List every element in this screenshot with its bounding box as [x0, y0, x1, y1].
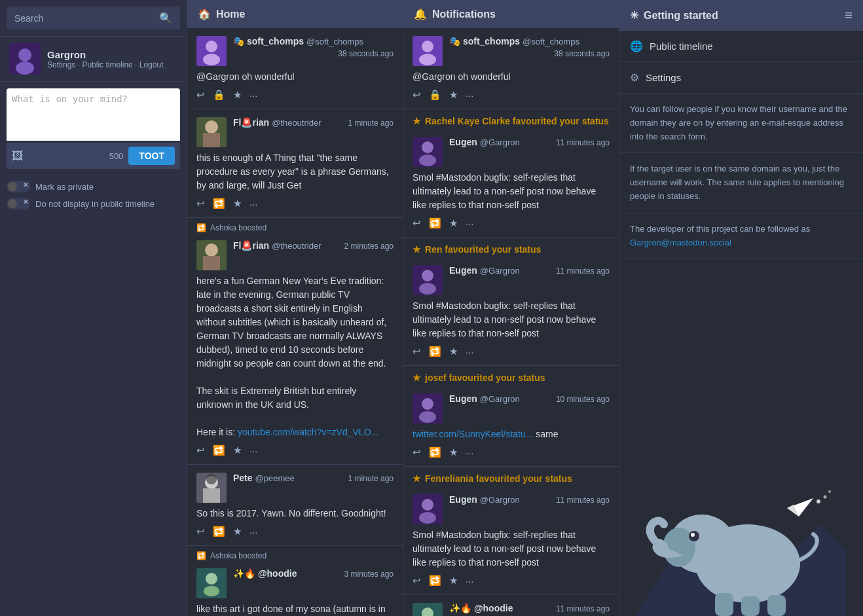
status-name-line: Eugen @Gargron 11 minutes ago [449, 494, 610, 505]
svg-point-4 [206, 41, 217, 52]
status-content: @Gargron oh wonderful [196, 70, 394, 84]
compose-area: 🖼 500 TOOT [0, 82, 187, 175]
more-button[interactable]: ··· [249, 198, 258, 209]
more-button[interactable]: ··· [466, 218, 474, 229]
logout-link[interactable]: Logout [139, 60, 164, 69]
svg-rect-45 [767, 595, 786, 616]
status-item: Fl🚨rian @theoutrider 2 minutes ago here'… [187, 232, 403, 465]
public-timeline-link[interactable]: Public timeline [82, 60, 132, 69]
link[interactable]: twitter.com/SunnyKeel/statu... [413, 429, 533, 439]
star-icon: ★ [413, 244, 421, 255]
star-button[interactable]: ★ [233, 526, 242, 537]
toot-button[interactable]: TOOT [128, 147, 175, 165]
home-column-body: 🎭 soft_chomps @soft_chomps 38 seconds ag… [187, 28, 403, 616]
boost-button[interactable]: 🔁 [429, 346, 441, 357]
reply-button[interactable]: ↩ [413, 346, 421, 357]
developer-link[interactable]: Gargron@mastodon.social [630, 238, 731, 247]
status-item: Pete @peemee 1 minute ago So this is 201… [187, 465, 403, 546]
status-header: ✨🔥 @hoodie 11 minutes ago [413, 603, 610, 616]
star-button[interactable]: ★ [233, 89, 242, 101]
home-column: 🏠 Home 🎭 soft_chomps @soft_chomps 38 sec… [187, 0, 403, 616]
notification-item: Eugen @Gargron 10 minutes ago twitter.co… [403, 386, 619, 467]
notifications-column: 🔔 Notifications 🎭 soft_chomps @soft_chom… [403, 0, 619, 616]
settings-nav-item[interactable]: ⚙ Settings [619, 62, 863, 94]
status-time: 11 minutes ago [556, 604, 610, 613]
reply-button[interactable]: ↩ [196, 526, 205, 537]
boost-button[interactable]: 🔁 [213, 526, 225, 537]
more-button[interactable]: ··· [466, 90, 474, 101]
boost-button[interactable]: 🔁 [429, 575, 441, 587]
reply-button[interactable]: ↩ [413, 217, 421, 229]
search-input[interactable] [14, 13, 159, 24]
svg-point-30 [419, 411, 436, 423]
notification-item: Eugen @Gargron 11 minutes ago Smol #Mast… [403, 257, 619, 366]
more-button[interactable]: ··· [249, 526, 258, 537]
status-actions: ↩ 🔁 ★ ··· [413, 575, 610, 587]
avatar [413, 603, 443, 616]
status-time: 38 seconds ago [554, 49, 610, 58]
no-public-toggle[interactable]: ✕ [7, 198, 30, 209]
star-button[interactable]: ★ [449, 89, 458, 101]
reply-button[interactable]: ↩ [196, 89, 205, 101]
handle: @Gargron [480, 394, 520, 404]
status-time: 1 minute ago [348, 118, 394, 128]
boost-button[interactable]: 🔁 [429, 446, 441, 458]
status-item: ✨🔥 @hoodie 3 minutes ago like this art i… [187, 560, 403, 616]
star-button[interactable]: ★ [449, 217, 458, 229]
search-button[interactable]: 🔍 [159, 12, 172, 24]
gs-header-left: ✳ Getting started [630, 9, 718, 22]
star-button[interactable]: ★ [449, 446, 458, 458]
link[interactable]: youtube.com/watch?v=zVd_VLO... [238, 427, 378, 437]
more-button[interactable]: ··· [249, 445, 258, 456]
status-name-line: ✨🔥 @hoodie 3 minutes ago [233, 568, 394, 579]
status-content: @Gargron oh wonderful [413, 70, 610, 84]
svg-point-48 [817, 499, 820, 503]
mark-private-toggle[interactable]: ✕ [7, 181, 30, 192]
lock-button[interactable]: 🔒 [429, 89, 441, 101]
boost-button[interactable]: 🔁 [213, 198, 225, 209]
public-timeline-nav-item[interactable]: 🌐 Public timeline [619, 31, 863, 62]
svg-point-15 [206, 474, 217, 484]
status-content: like this art i got done of my sona (aut… [196, 602, 394, 616]
hamburger-menu-button[interactable]: ≡ [845, 8, 853, 23]
star-button[interactable]: ★ [449, 346, 458, 357]
avatar [413, 36, 443, 66]
attach-image-button[interactable]: 🖼 [12, 149, 24, 163]
getting-started-column: ✳ Getting started ≡ 🌐 Public timeline ⚙ … [619, 0, 863, 616]
more-button[interactable]: ··· [466, 346, 474, 357]
reply-button[interactable]: ↩ [413, 575, 421, 587]
status-meta: ✨🔥 @hoodie 3 minutes ago [233, 568, 394, 579]
svg-rect-44 [741, 596, 760, 616]
svg-point-20 [422, 41, 433, 52]
fav-notification: ★ Fenreliania favourited your status [403, 467, 619, 486]
svg-rect-8 [203, 133, 220, 147]
display-name: Eugen [449, 393, 477, 404]
compose-textarea[interactable] [7, 88, 180, 141]
status-name-line: Eugen @Gargron 11 minutes ago [449, 137, 610, 147]
boost-button[interactable]: 🔁 [213, 444, 225, 456]
status-item: 🎭 soft_chomps @soft_chomps 38 seconds ag… [187, 28, 403, 109]
star-button[interactable]: ★ [233, 198, 242, 209]
handle: @soft_chomps [306, 37, 363, 46]
svg-rect-14 [203, 488, 220, 503]
reply-button[interactable]: ↩ [196, 444, 205, 456]
fav-label: Rachel Kaye Clarke favourited your statu… [425, 116, 609, 126]
star-button[interactable]: ★ [233, 444, 242, 456]
getting-started-header: ✳ Getting started ≡ [619, 0, 863, 31]
reply-button[interactable]: ↩ [413, 89, 421, 101]
status-meta: Eugen @Gargron 11 minutes ago [449, 265, 610, 276]
svg-point-2 [16, 62, 34, 75]
reply-button[interactable]: ↩ [413, 446, 421, 458]
more-button[interactable]: ··· [466, 575, 474, 587]
boost-button[interactable]: 🔁 [429, 217, 441, 229]
settings-link[interactable]: Settings [47, 60, 75, 69]
more-button[interactable]: ··· [466, 447, 474, 458]
status-name-line: Pete @peemee 1 minute ago [233, 473, 394, 483]
more-button[interactable]: ··· [249, 90, 258, 101]
notifications-header: 🔔 Notifications [403, 0, 619, 28]
star-button[interactable]: ★ [449, 575, 458, 587]
reply-button[interactable]: ↩ [196, 198, 205, 209]
columns: 🏠 Home 🎭 soft_chomps @soft_chomps 38 sec… [187, 0, 863, 616]
lock-button[interactable]: 🔒 [213, 89, 225, 101]
svg-point-18 [204, 586, 219, 596]
